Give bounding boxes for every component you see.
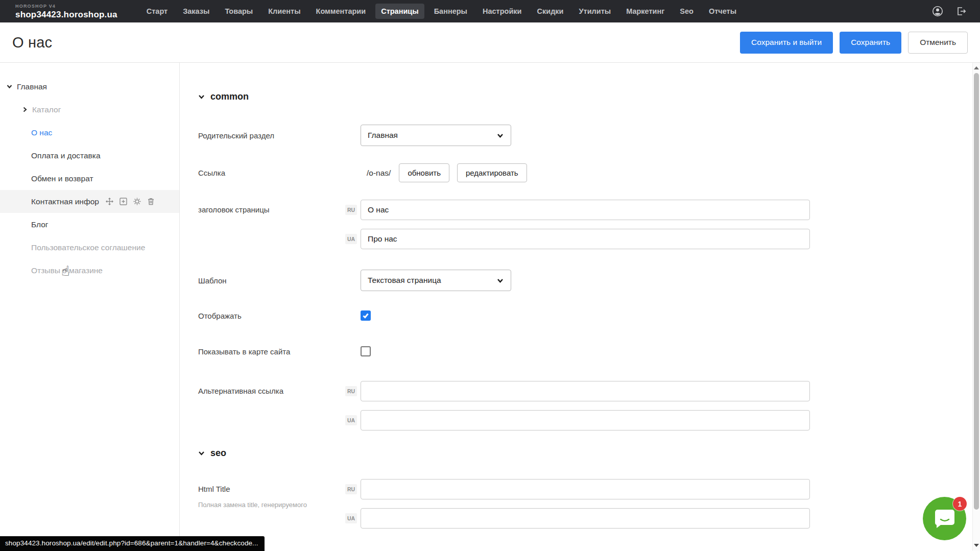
- link-preview-statusbar: shop34423.horoshop.ua/edit/edit.php?id=6…: [0, 536, 265, 551]
- page-header: О нас Сохранить и выйти Сохранить Отмени…: [0, 22, 980, 63]
- work-area: ГлавнаяКаталогО насОплата и доставкаОбме…: [0, 63, 980, 550]
- field-row-display: Отображать: [198, 310, 960, 321]
- field-row-alt-link: Альтернативная ссылка RU UA: [198, 381, 960, 430]
- alt-link-ua-input[interactable]: [361, 410, 810, 430]
- header-actions: Сохранить и выйти Сохранить Отменить: [740, 32, 968, 54]
- lang-tag-ua: UA: [345, 415, 357, 425]
- tree-item-label: Блог: [31, 220, 49, 229]
- tree-item[interactable]: Блог: [0, 213, 179, 236]
- field-row-template: Шаблон Текстовая страница: [198, 270, 960, 291]
- vertical-scrollbar[interactable]: [972, 63, 980, 550]
- tree-item-label: Каталог: [32, 105, 61, 114]
- gear-icon[interactable]: [133, 197, 141, 206]
- tree-item[interactable]: Отзывы о магазине: [0, 259, 179, 282]
- nav-item[interactable]: Страницы: [375, 4, 424, 19]
- link-label: Ссылка: [198, 169, 345, 177]
- link-update-button[interactable]: обновить: [399, 163, 449, 182]
- display-label: Отображать: [198, 312, 345, 320]
- tree-item-label: О нас: [31, 128, 52, 137]
- lang-tag-ru: RU: [345, 386, 357, 396]
- save-and-exit-button[interactable]: Сохранить и выйти: [740, 32, 833, 54]
- logo-version-label: HOROSHOP V4: [15, 4, 117, 9]
- tree-item[interactable]: Главная: [0, 75, 179, 98]
- chevron-right-icon[interactable]: [21, 106, 28, 113]
- lang-tag-ua: UA: [345, 513, 357, 523]
- html-title-ru-input[interactable]: [361, 479, 810, 499]
- template-value: Текстовая страница: [368, 276, 441, 285]
- tree-item-label: Оплата и доставка: [31, 151, 101, 160]
- lang-tag-ru: RU: [345, 484, 357, 494]
- move-icon[interactable]: [105, 197, 114, 206]
- page-title-ru-input[interactable]: [361, 200, 810, 220]
- nav-item[interactable]: Баннеры: [428, 4, 473, 19]
- parent-section-label: Родительский раздел: [198, 131, 345, 140]
- tree-item-label: Отзывы о магазине: [31, 266, 103, 275]
- nav-item[interactable]: Настройки: [477, 4, 528, 19]
- alt-link-label: Альтернативная ссылка: [198, 381, 345, 401]
- tree-items: ГлавнаяКаталогО насОплата и доставкаОбме…: [0, 75, 179, 282]
- chat-widget-button[interactable]: 1: [923, 497, 966, 540]
- nav-item[interactable]: Маркетинг: [620, 4, 670, 19]
- pages-tree-sidebar: ГлавнаяКаталогО насОплата и доставкаОбме…: [0, 63, 180, 550]
- field-row-sitemap: Показывать в карте сайта: [198, 346, 960, 356]
- tree-item[interactable]: Обмен и возврат: [0, 167, 179, 190]
- page-edit-form: common Родительский раздел Главная Ссылк…: [180, 63, 980, 550]
- tree-item-actions: [105, 197, 155, 206]
- trash-icon[interactable]: [147, 197, 155, 206]
- scroll-up-arrow[interactable]: [973, 64, 980, 72]
- account-icon[interactable]: [932, 6, 943, 17]
- sitemap-checkbox[interactable]: [361, 346, 371, 356]
- tree-item[interactable]: Каталог: [0, 98, 179, 121]
- alt-link-ru-input[interactable]: [361, 381, 810, 401]
- nav-item[interactable]: Товары: [219, 4, 258, 19]
- parent-section-value: Главная: [368, 131, 398, 140]
- page-title-field-label: заголовок страницы: [198, 200, 345, 220]
- template-label: Шаблон: [198, 276, 345, 285]
- add-page-icon[interactable]: [119, 197, 128, 206]
- link-edit-button[interactable]: редактировать: [457, 163, 527, 182]
- tree-item[interactable]: Контактная инфор: [0, 190, 179, 213]
- shop-logo[interactable]: HOROSHOP V4 shop34423.horoshop.ua: [15, 4, 117, 19]
- tree-item[interactable]: О нас: [0, 121, 179, 144]
- tree-item[interactable]: Оплата и доставка: [0, 144, 179, 167]
- nav-item[interactable]: Seo: [674, 4, 699, 19]
- tree-item[interactable]: Пользовательское соглашение: [0, 236, 179, 259]
- section-common-label: common: [210, 91, 249, 102]
- cancel-button[interactable]: Отменить: [908, 32, 968, 54]
- nav-item[interactable]: Утилиты: [573, 4, 617, 19]
- lang-tag-ua: UA: [345, 234, 357, 244]
- nav-item[interactable]: Скидки: [531, 4, 569, 19]
- html-title-label-block: Html Title Полная замена title, генериру…: [198, 479, 345, 510]
- nav-item[interactable]: Старт: [141, 4, 173, 19]
- section-header-seo[interactable]: seo: [198, 448, 960, 459]
- field-row-html-title: Html Title Полная замена title, генериру…: [198, 479, 960, 529]
- chevron-down-icon[interactable]: [6, 83, 13, 90]
- topnav-items: СтартЗаказыТоварыКлиентыКомментарииСтран…: [141, 4, 742, 19]
- nav-item[interactable]: Отчеты: [703, 4, 742, 19]
- display-checkbox[interactable]: [361, 310, 371, 321]
- logout-icon[interactable]: [955, 6, 967, 17]
- nav-item[interactable]: Клиенты: [262, 4, 306, 19]
- nav-item[interactable]: Заказы: [177, 4, 215, 19]
- chat-bubble-icon: [934, 508, 956, 530]
- nav-item[interactable]: Комментарии: [310, 4, 372, 19]
- tree-item-label: Обмен и возврат: [31, 174, 93, 183]
- section-header-common[interactable]: common: [198, 91, 960, 102]
- field-row-link: Ссылка /o-nas/ обновить редактировать: [198, 163, 960, 182]
- save-button[interactable]: Сохранить: [840, 32, 901, 54]
- scroll-down-arrow[interactable]: [973, 541, 980, 549]
- field-row-parent-section: Родительский раздел Главная: [198, 125, 960, 146]
- html-title-ua-input[interactable]: [361, 508, 810, 529]
- field-row-page-title: заголовок страницы RU UA: [198, 200, 960, 249]
- topnav-right-icons: [932, 6, 967, 17]
- top-navigation-bar: HOROSHOP V4 shop34423.horoshop.ua СтартЗ…: [0, 0, 980, 22]
- scrollbar-thumb[interactable]: [974, 73, 979, 510]
- page-title-ua-input[interactable]: [361, 229, 810, 249]
- tree-item-label: Главная: [17, 82, 47, 91]
- template-select[interactable]: Текстовая страница: [361, 270, 511, 291]
- chat-notification-badge: 1: [953, 497, 967, 511]
- page-title: О нас: [12, 34, 52, 51]
- parent-section-select[interactable]: Главная: [361, 125, 511, 146]
- html-title-label: Html Title: [198, 485, 230, 493]
- html-title-hint: Полная замена title, генерируемого: [198, 500, 345, 510]
